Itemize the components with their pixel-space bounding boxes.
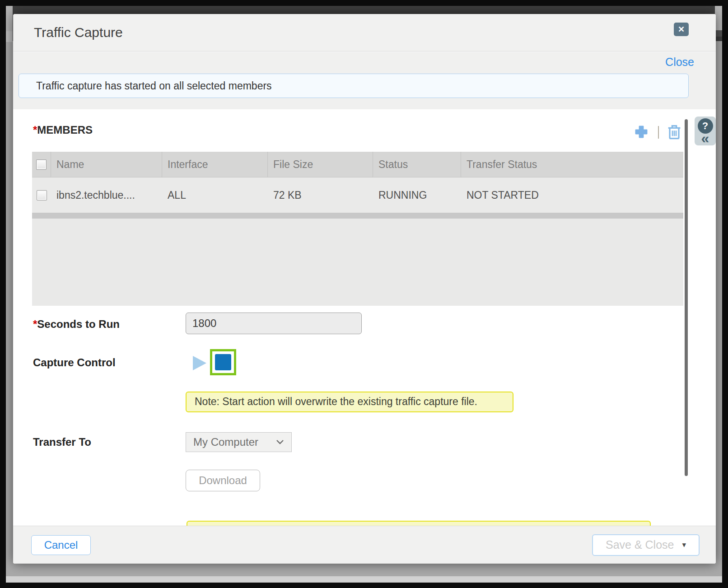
members-table: Name Interface File Size Status Transfer… xyxy=(32,152,683,306)
members-table-header: Name Interface File Size Status Transfer… xyxy=(32,152,683,177)
select-all-cell xyxy=(32,152,51,177)
chevron-down-icon xyxy=(276,439,284,445)
dialog-title: Traffic Capture xyxy=(34,25,123,40)
collapse-icon[interactable]: « xyxy=(701,133,709,144)
seconds-label-text: Seconds to Run xyxy=(37,318,120,330)
traffic-capture-dialog: Traffic Capture ✕ Close Traffic capture … xyxy=(13,14,716,564)
members-label-text: MEMBERS xyxy=(37,124,93,136)
row-status: RUNNING xyxy=(373,177,461,213)
column-header-file-size[interactable]: File Size xyxy=(268,152,373,177)
column-header-interface[interactable]: Interface xyxy=(162,152,268,177)
screenshot-frame: e f OS Traffic Capture ✕ Close Traffic c xyxy=(0,0,728,588)
status-banner: Traffic capture has started on all selec… xyxy=(19,74,689,98)
overwrite-note: Note: Start action will overwrite the ex… xyxy=(186,392,513,412)
download-button[interactable]: Download xyxy=(186,470,260,491)
transfer-to-dropdown[interactable]: My Computer xyxy=(186,432,292,452)
close-icon[interactable]: ✕ xyxy=(674,23,689,36)
cancel-button[interactable]: Cancel xyxy=(31,535,91,555)
add-member-icon[interactable] xyxy=(633,124,650,140)
dimmed-background: e f OS Traffic Capture ✕ Close Traffic c xyxy=(6,6,722,583)
save-close-label: Save & Close xyxy=(606,538,674,551)
row-interface: ALL xyxy=(162,177,268,213)
horizontal-scrollbar[interactable] xyxy=(32,213,683,219)
column-header-transfer-status[interactable]: Transfer Status xyxy=(461,152,683,177)
dialog-header: Traffic Capture ✕ xyxy=(13,14,716,51)
save-close-button[interactable]: Save & Close ▾ xyxy=(592,534,700,556)
required-asterisk: * xyxy=(33,318,37,330)
close-link[interactable]: Close xyxy=(665,56,694,69)
column-header-name[interactable]: Name xyxy=(51,152,162,177)
stop-button-highlight xyxy=(210,349,236,375)
bg-row-fragment xyxy=(6,6,13,31)
delete-member-icon[interactable] xyxy=(667,124,681,140)
row-name: ibns2.techblue.... xyxy=(51,177,162,213)
stop-icon[interactable] xyxy=(215,354,231,370)
bg-bottom-strip xyxy=(6,576,722,583)
members-section-label: *MEMBERS xyxy=(33,124,93,136)
row-checkbox-cell xyxy=(32,177,51,213)
dialog-footer: Cancel Save & Close ▾ xyxy=(13,526,716,564)
toolbar-divider xyxy=(658,126,659,139)
capture-control-label: Capture Control xyxy=(33,356,116,369)
dialog-toolbar-area: Close Traffic capture has started on all… xyxy=(13,52,716,109)
bg-row-fragment xyxy=(715,6,722,30)
vertical-scrollbar[interactable] xyxy=(685,119,688,476)
seconds-to-run-label: *Seconds to Run xyxy=(33,318,120,331)
transfer-to-value: My Computer xyxy=(186,436,276,448)
table-row[interactable]: ibns2.techblue.... ALL 72 KB RUNNING NOT… xyxy=(32,177,683,213)
row-file-size: 72 KB xyxy=(268,177,373,213)
help-panel: ? « xyxy=(695,117,716,145)
required-asterisk: * xyxy=(33,124,37,136)
transfer-to-label: Transfer To xyxy=(33,436,91,448)
seconds-to-run-input[interactable] xyxy=(186,313,362,334)
row-transfer-status: NOT STARTED xyxy=(461,177,683,213)
row-checkbox[interactable] xyxy=(37,190,47,201)
select-all-checkbox[interactable] xyxy=(36,159,47,170)
caret-down-icon: ▾ xyxy=(682,540,686,550)
play-icon[interactable] xyxy=(193,356,206,370)
column-header-status[interactable]: Status xyxy=(373,152,461,177)
